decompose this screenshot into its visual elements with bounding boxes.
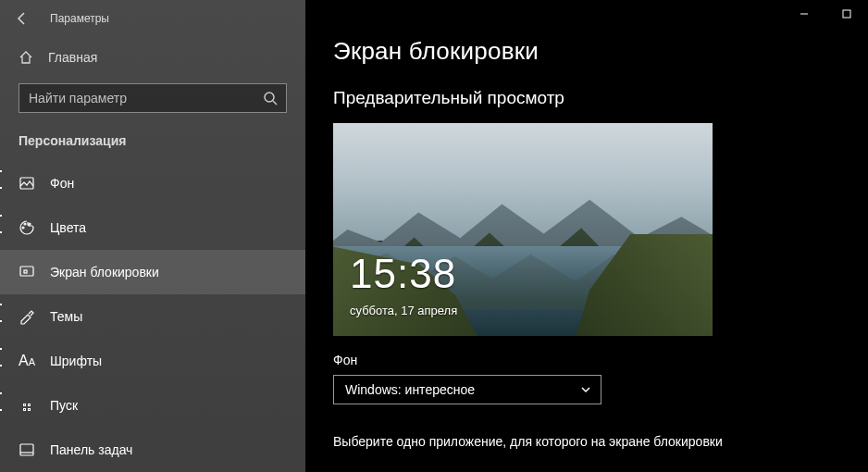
svg-point-0 — [265, 93, 274, 102]
sidebar-item-label: Экран блокировки — [50, 265, 159, 279]
lock-screen-icon — [19, 264, 35, 280]
maximize-icon — [842, 9, 851, 19]
svg-point-2 — [22, 227, 24, 229]
back-button[interactable] — [4, 0, 41, 37]
sidebar-item-lock-screen[interactable]: Экран блокировки — [0, 250, 305, 294]
background-field-label: Фон — [333, 353, 868, 367]
minimize-button[interactable] — [783, 0, 825, 28]
svg-rect-10 — [843, 10, 850, 18]
sidebar-item-colors[interactable]: Цвета — [0, 205, 305, 250]
search-icon — [263, 91, 278, 106]
svg-rect-6 — [24, 270, 27, 273]
maximize-button[interactable] — [825, 0, 868, 28]
fonts-icon: AA — [19, 353, 35, 369]
sidebar-item-label: Шрифты — [50, 354, 102, 368]
sidebar-item-label: Панель задач — [50, 442, 132, 457]
window-controls — [783, 0, 868, 28]
svg-point-3 — [24, 223, 26, 225]
sidebar-item-label: Фон — [50, 176, 74, 191]
start-icon — [19, 397, 35, 414]
themes-icon — [19, 308, 35, 325]
sidebar-home[interactable]: Главная — [0, 44, 305, 70]
background-dropdown[interactable]: Windows: интересное — [333, 375, 601, 404]
sidebar-item-background[interactable]: Фон — [0, 161, 305, 205]
sidebar-item-taskbar[interactable]: Панель задач — [0, 428, 305, 472]
palette-icon — [19, 219, 35, 236]
sidebar-item-themes[interactable]: Темы — [0, 294, 305, 339]
main-content: Экран блокировки Предварительный просмот… — [305, 0, 868, 472]
sidebar-nav: Фон Цвета Экран блокировки Темы AA Шрифт… — [0, 161, 305, 472]
sidebar-category: Персонализация — [0, 133, 305, 148]
sidebar-item-start[interactable]: Пуск — [0, 383, 305, 428]
search-input[interactable] — [19, 83, 287, 113]
sidebar-item-label: Темы — [50, 309, 82, 324]
preview-heading: Предварительный просмотр — [333, 88, 868, 108]
sidebar-item-label: Пуск — [50, 398, 78, 413]
sidebar-home-label: Главная — [48, 50, 97, 65]
lock-screen-preview[interactable]: 15:38 суббота, 17 апреля — [333, 123, 713, 336]
search-container — [19, 83, 287, 113]
preview-clock: 15:38 — [350, 251, 456, 297]
window-title: Параметры — [50, 12, 109, 25]
svg-point-4 — [29, 223, 31, 225]
sidebar-item-label: Цвета — [50, 220, 86, 235]
app-selection-description: Выберите одно приложение, для которого н… — [333, 434, 868, 449]
sidebar-item-fonts[interactable]: AA Шрифты — [0, 339, 305, 383]
preview-date: суббота, 17 апреля — [350, 304, 457, 317]
dropdown-selected-value: Windows: интересное — [345, 382, 475, 397]
arrow-left-icon — [15, 11, 30, 26]
svg-rect-7 — [20, 444, 33, 455]
settings-sidebar: Параметры Главная Персонализация Фон Цве… — [0, 0, 305, 472]
titlebar: Параметры — [0, 0, 305, 37]
taskbar-icon — [19, 441, 35, 458]
page-title: Экран блокировки — [333, 37, 868, 66]
chevron-down-icon — [580, 384, 591, 395]
picture-icon — [19, 175, 35, 192]
home-icon — [19, 50, 33, 65]
minimize-icon — [800, 9, 809, 19]
